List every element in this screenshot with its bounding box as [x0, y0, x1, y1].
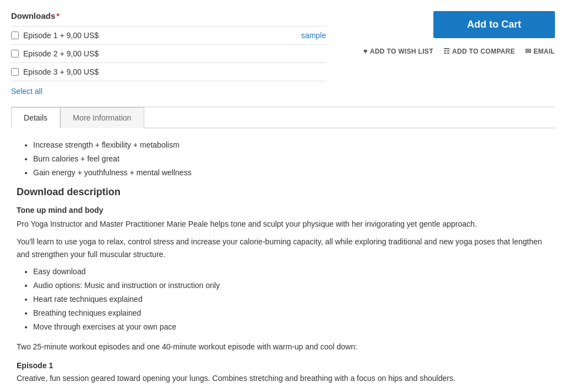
wish-list-label: ADD TO WISH LIST — [370, 48, 433, 55]
tone-heading: Tone up mind and body — [17, 206, 549, 215]
feature-pace: Move through exercises at your own pace — [33, 321, 549, 333]
cart-panel: Add to Cart ♥ ADD TO WISH LIST ☶ ADD TO … — [345, 11, 555, 55]
feature-easy-download: Easy download — [33, 266, 549, 278]
email-label: EMAIL — [533, 48, 555, 55]
episode-3-label: Episode 3 + 9,00 US$ — [23, 67, 326, 76]
downloads-panel: Downloads* Episode 1 + 9,00 US$ sample E… — [11, 11, 326, 96]
select-all-link[interactable]: Select all — [11, 87, 43, 96]
tabs-section: Details More Information Increase streng… — [11, 107, 555, 392]
tabs-bar: Details More Information — [11, 107, 555, 128]
episode-1-label: Episode 1 + 9,00 US$ — [23, 31, 301, 40]
heart-icon: ♥ — [363, 47, 368, 55]
episode-1-checkbox[interactable] — [11, 32, 19, 39]
tab-details[interactable]: Details — [11, 107, 60, 128]
compare-icon: ☶ — [443, 47, 450, 55]
compare-label: ADD TO COMPARE — [452, 48, 515, 55]
top-features-list: Increase strength + flexibility + metabo… — [17, 139, 549, 179]
features-list: Easy download Audio options: Music and i… — [17, 266, 549, 333]
add-to-compare-link[interactable]: ☶ ADD TO COMPARE — [443, 47, 515, 55]
feature-2: Burn calories + feel great — [33, 153, 549, 165]
feature-audio: Audio options: Music and instruction or … — [33, 280, 549, 291]
episode-3-checkbox[interactable] — [11, 68, 19, 76]
required-marker: * — [56, 11, 60, 20]
episode-3-row: Episode 3 + 9,00 US$ — [11, 62, 326, 81]
downloads-label: Downloads* — [11, 11, 326, 20]
tone-para-1: Pro Yoga Instructor and Master Practitio… — [17, 218, 549, 230]
feature-heart-rate: Heart rate techniques explained — [33, 294, 549, 305]
episode-1-description: Creative, fun session geared toward open… — [17, 372, 549, 384]
download-description-heading: Download description — [17, 186, 549, 198]
email-link[interactable]: ✉ EMAIL — [525, 47, 555, 55]
episode-1-sample-link[interactable]: sample — [301, 31, 326, 40]
add-to-cart-button[interactable]: Add to Cart — [433, 11, 555, 38]
downloads-title: Downloads — [11, 11, 55, 20]
feature-breathing: Breathing techniques explained — [33, 307, 549, 319]
tab-details-content: Increase strength + flexibility + metabo… — [11, 128, 555, 392]
episode-2-checkbox[interactable] — [11, 50, 19, 58]
episode-2-row: Episode 2 + 9,00 US$ — [11, 44, 326, 62]
feature-1: Increase strength + flexibility + metabo… — [33, 139, 549, 151]
email-icon: ✉ — [525, 47, 531, 55]
episode-1-row: Episode 1 + 9,00 US$ sample — [11, 26, 326, 44]
episode-1-heading: Episode 1 — [17, 361, 549, 370]
add-to-wishlist-link[interactable]: ♥ ADD TO WISH LIST — [363, 47, 433, 55]
feature-3: Gain energy + youthfulness + mental well… — [33, 167, 549, 179]
episode-2-label: Episode 2 + 9,00 US$ — [23, 49, 326, 58]
tone-para-2: You'll learn to use yoga to relax, contr… — [17, 236, 549, 260]
action-links-bar: ♥ ADD TO WISH LIST ☶ ADD TO COMPARE ✉ EM… — [363, 47, 555, 55]
workout-summary: Two 25-minute workout episodes and one 4… — [17, 341, 549, 353]
tab-more-information[interactable]: More Information — [60, 107, 144, 128]
